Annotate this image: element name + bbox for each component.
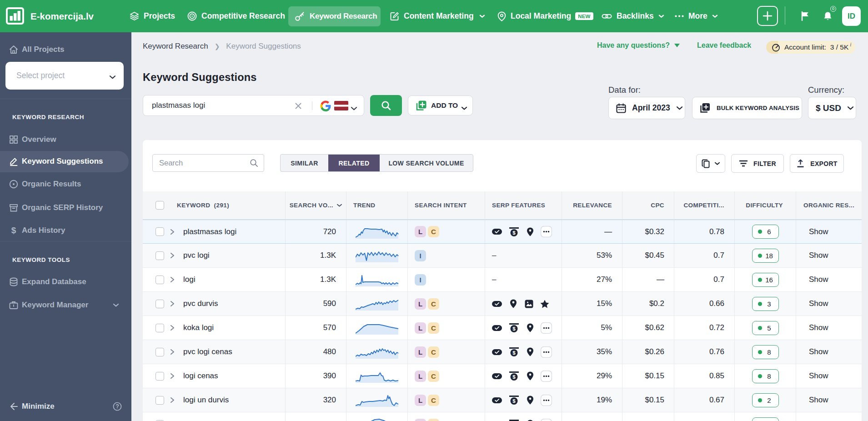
svg-text:$: $ <box>512 398 516 404</box>
svg-text:$: $ <box>11 226 16 235</box>
svg-text:$: $ <box>512 374 516 380</box>
svg-text:$: $ <box>512 326 516 331</box>
svg-text:$: $ <box>512 230 516 236</box>
svg-text:?: ? <box>115 403 119 410</box>
svg-text:$: $ <box>512 350 516 356</box>
